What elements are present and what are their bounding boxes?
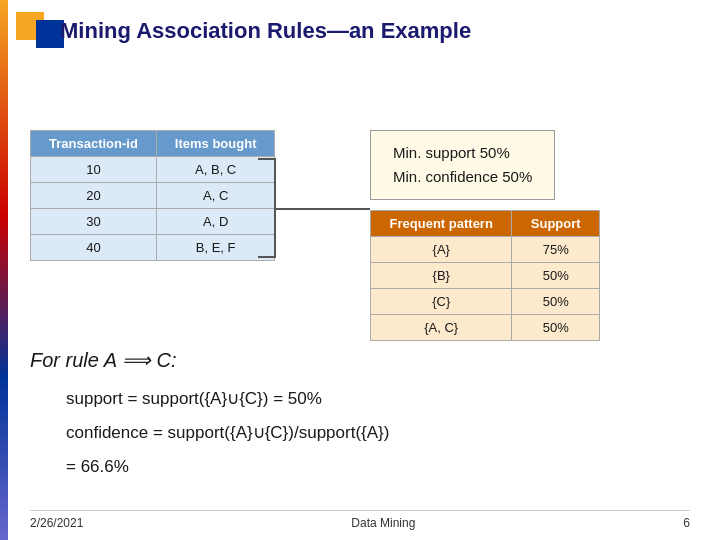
table-row: {C} 50% [371, 289, 600, 315]
col-header-frequent-pattern: Frequent pattern [371, 211, 512, 237]
transaction-id-cell: 30 [31, 209, 157, 235]
transaction-id-cell: 10 [31, 157, 157, 183]
table-row: 40 B, E, F [31, 235, 275, 261]
connector-horizontal [276, 208, 370, 210]
transaction-table: Transaction-id Items bought 10 A, B, C 2… [30, 130, 275, 261]
support-cell: 50% [512, 263, 600, 289]
rule-line4: = 66.6% [30, 450, 389, 484]
footer-date: 2/26/2021 [30, 516, 83, 530]
col-header-transaction-id: Transaction-id [31, 131, 157, 157]
left-decorative-bar [0, 0, 8, 540]
transaction-id-cell: 20 [31, 183, 157, 209]
footer: 2/26/2021 Data Mining 6 [30, 510, 690, 530]
rule-line3: confidence = support({A}∪{C})/support({A… [30, 416, 389, 450]
rule-line2: support = support({A}∪{C}) = 50% [30, 382, 389, 416]
min-support-line2: Min. confidence 50% [393, 165, 532, 189]
table-row: 30 A, D [31, 209, 275, 235]
col-header-support: Support [512, 211, 600, 237]
pattern-cell: {A, C} [371, 315, 512, 341]
table-row: 20 A, C [31, 183, 275, 209]
col-header-items-bought: Items bought [156, 131, 275, 157]
min-support-line1: Min. support 50% [393, 141, 532, 165]
frequent-pattern-table: Frequent pattern Support {A} 75% {B} 50%… [370, 210, 600, 341]
table-row: 10 A, B, C [31, 157, 275, 183]
table-row: {A} 75% [371, 237, 600, 263]
min-support-box: Min. support 50% Min. confidence 50% [370, 130, 555, 200]
table-row: {B} 50% [371, 263, 600, 289]
support-cell: 75% [512, 237, 600, 263]
page-title: Mining Association Rules—an Example [60, 18, 471, 44]
transaction-id-cell: 40 [31, 235, 157, 261]
support-cell: 50% [512, 315, 600, 341]
support-cell: 50% [512, 289, 600, 315]
top-accent [16, 12, 64, 48]
pattern-cell: {C} [371, 289, 512, 315]
footer-page-number: 6 [683, 516, 690, 530]
rule-line1: For rule A ⟹ C: [30, 340, 389, 380]
pattern-cell: {A} [371, 237, 512, 263]
bracket-connector [258, 158, 276, 258]
table-row: {A, C} 50% [371, 315, 600, 341]
footer-center: Data Mining [351, 516, 415, 530]
rule-section: For rule A ⟹ C: support = support({A}∪{C… [30, 340, 389, 484]
pattern-cell: {B} [371, 263, 512, 289]
